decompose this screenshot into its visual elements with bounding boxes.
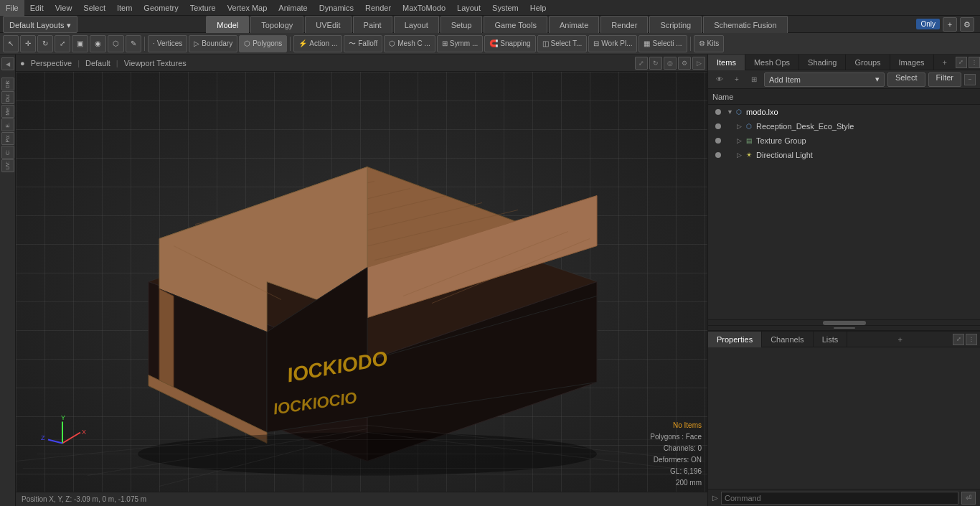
tab-setup[interactable]: Setup: [440, 16, 483, 33]
expand-icon[interactable]: ▷: [737, 123, 744, 130]
item-visibility-toggle[interactable]: [712, 135, 724, 146]
viewport-area[interactable]: ● Perspective | Default | Viewport Textu…: [16, 55, 707, 506]
items-list[interactable]: ▼ ⬡ modo.lxo ▷ ⬡ Reception_Desk_Eco_Styl…: [708, 105, 980, 319]
star-only-badge[interactable]: Only: [916, 19, 940, 29]
tab-layout[interactable]: Layout: [394, 16, 439, 33]
viewport-camera[interactable]: Perspective: [31, 59, 72, 67]
expand-icon[interactable]: ▼: [727, 108, 734, 116]
tab-schematic-fusion[interactable]: Schematic Fusion: [703, 16, 787, 33]
expand-icon[interactable]: ▷: [737, 137, 744, 144]
left-sidebar-e[interactable]: E.: [1, 118, 14, 131]
tool-select-arrow[interactable]: ↖: [3, 35, 19, 52]
left-sidebar-c[interactable]: C:: [1, 146, 14, 159]
menu-file[interactable]: File: [0, 0, 24, 16]
tab-topology[interactable]: Topology: [250, 16, 303, 33]
layout-dropdown[interactable]: Default Layouts ▾: [3, 16, 77, 33]
tool-sphere[interactable]: ◉: [90, 35, 106, 52]
left-sidebar-du[interactable]: Du:: [1, 91, 14, 104]
rb-tab-properties[interactable]: Properties: [708, 332, 762, 347]
filter-button[interactable]: Filter: [928, 72, 961, 87]
menu-dynamics[interactable]: Dynamics: [314, 0, 359, 16]
right-tab-images[interactable]: Images: [890, 55, 934, 70]
viewport-icon-1[interactable]: ⤢: [635, 57, 648, 70]
tool-select-t[interactable]: ◫ Select T...: [537, 35, 588, 52]
menu-texture[interactable]: Texture: [184, 0, 222, 16]
viewport-icon-3[interactable]: ◎: [664, 57, 677, 70]
viewport-textures[interactable]: Viewport Textures: [124, 59, 187, 67]
tool-box[interactable]: ▣: [72, 35, 88, 52]
list-item[interactable]: ▷ ⬡ Reception_Desk_Eco_Style: [708, 119, 980, 133]
panel-resize-handle[interactable]: [708, 325, 980, 331]
right-tab-groups[interactable]: Groups: [846, 55, 890, 70]
tool-transform[interactable]: ✛: [20, 35, 36, 52]
item-visibility-toggle[interactable]: [712, 121, 724, 132]
tab-animate[interactable]: Animate: [549, 16, 599, 33]
command-run-button[interactable]: ⏎: [961, 492, 976, 505]
menu-item[interactable]: Item: [111, 0, 138, 16]
viewport-dot[interactable]: ●: [20, 59, 25, 67]
menu-system[interactable]: System: [486, 0, 524, 16]
viewport-icon-2[interactable]: ↻: [649, 57, 662, 70]
right-tab-shading[interactable]: Shading: [799, 55, 846, 70]
settings-button[interactable]: ⚙: [960, 17, 974, 32]
menu-animate[interactable]: Animate: [273, 0, 313, 16]
list-item[interactable]: ▼ ⬡ modo.lxo: [708, 105, 980, 119]
left-sidebar-po[interactable]: Po:: [1, 132, 14, 145]
rb-tab-channels[interactable]: Channels: [762, 332, 813, 347]
menu-view[interactable]: View: [50, 0, 78, 16]
tab-scripting[interactable]: Scripting: [649, 16, 702, 33]
menu-vertex-map[interactable]: Vertex Map: [222, 0, 273, 16]
tab-uvedit[interactable]: UVEdit: [305, 16, 351, 33]
left-sidebar-uv[interactable]: UV:: [1, 159, 14, 172]
viewport-icon-5[interactable]: ▷: [692, 57, 705, 70]
tool-action[interactable]: ⚡ Action ...: [293, 35, 342, 52]
add-item-button[interactable]: Add Item ▾: [764, 72, 885, 87]
menu-max-to-modo[interactable]: MaxToModo: [397, 0, 451, 16]
menu-layout[interactable]: Layout: [451, 0, 486, 16]
item-visibility-toggle[interactable]: [712, 106, 724, 118]
viewport-icon-4[interactable]: ⚙: [678, 57, 691, 70]
tool-work-pl[interactable]: ⊟ Work Pl...: [588, 35, 637, 52]
rp-eye-icon[interactable]: 👁: [712, 72, 727, 88]
tab-render[interactable]: Render: [600, 16, 648, 33]
tab-paint[interactable]: Paint: [353, 16, 392, 33]
tab-model[interactable]: Model: [206, 16, 249, 33]
rp-link-icon[interactable]: ⊞: [747, 72, 761, 88]
menu-select[interactable]: Select: [77, 0, 111, 16]
left-sidebar-db[interactable]: DB:: [1, 78, 14, 90]
tool-snapping[interactable]: 🧲 Snapping: [484, 35, 535, 52]
tool-cylinder[interactable]: ⬡: [108, 35, 124, 52]
expand-icon[interactable]: ▷: [737, 151, 744, 159]
viewport-shading[interactable]: Default: [85, 59, 110, 67]
tool-boundary[interactable]: ▷ Boundary: [189, 35, 237, 52]
rb-tab-add[interactable]: +: [892, 332, 908, 347]
tab-game-tools[interactable]: Game Tools: [484, 16, 547, 33]
tool-mesh-c[interactable]: ⬡ Mesh C ...: [384, 35, 435, 52]
rb-tab-lists[interactable]: Lists: [814, 332, 848, 347]
tool-polygons[interactable]: ⬡ Polygons: [239, 35, 287, 52]
items-minus-icon[interactable]: −: [964, 74, 976, 85]
list-item[interactable]: ▷ ▤ Texture Group: [708, 133, 980, 148]
tool-rotate[interactable]: ↻: [37, 35, 53, 52]
rb-expand-icon[interactable]: ⤢: [953, 334, 964, 345]
rp-plus-icon[interactable]: +: [730, 72, 744, 88]
left-sidebar-me[interactable]: Me:: [1, 105, 14, 118]
tool-falloff[interactable]: 〜 Falloff: [344, 35, 382, 52]
item-visibility-toggle[interactable]: [712, 149, 724, 161]
tool-symm[interactable]: ⊞ Symm ...: [437, 35, 483, 52]
left-sidebar-collapse[interactable]: ◀: [1, 57, 14, 70]
rb-settings-icon[interactable]: ⋮: [966, 334, 977, 345]
tool-selecti[interactable]: ▦ Selecti ...: [639, 35, 687, 52]
tool-kits[interactable]: ⚙ Kits: [694, 35, 725, 52]
right-tab-items[interactable]: Items: [708, 55, 745, 70]
command-input[interactable]: [721, 492, 958, 505]
right-panel-expand-icon[interactable]: ⤢: [956, 57, 967, 68]
menu-help[interactable]: Help: [524, 0, 552, 16]
list-item[interactable]: ▷ ☀ Directional Light: [708, 148, 980, 162]
menu-geometry[interactable]: Geometry: [138, 0, 184, 16]
right-tab-add[interactable]: +: [937, 55, 953, 70]
select-button[interactable]: Select: [887, 72, 925, 87]
menu-edit[interactable]: Edit: [24, 0, 50, 16]
right-tab-mesh-ops[interactable]: Mesh Ops: [745, 55, 799, 70]
tool-pen[interactable]: ✎: [126, 35, 141, 52]
